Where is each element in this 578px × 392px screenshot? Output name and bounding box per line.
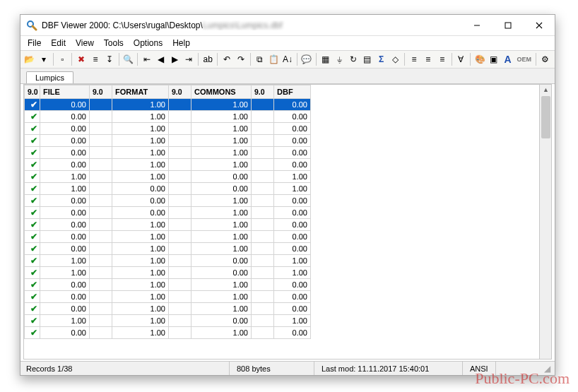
cell-value[interactable]: 1.00 bbox=[112, 327, 169, 339]
cell-value[interactable]: 1.00 bbox=[40, 255, 90, 267]
cell-value[interactable]: 0.00 bbox=[40, 327, 90, 339]
next-icon[interactable]: ▶ bbox=[169, 53, 182, 66]
cell-value[interactable]: 0.00 bbox=[274, 243, 311, 255]
cell-value[interactable]: 1.00 bbox=[191, 147, 252, 159]
cell-value[interactable]: 1.00 bbox=[112, 243, 169, 255]
cell-value[interactable]: 0.00 bbox=[40, 243, 90, 255]
new-icon[interactable]: ▫ bbox=[57, 53, 69, 66]
replace-icon[interactable]: ab bbox=[201, 53, 214, 66]
col-header-file[interactable]: FILE bbox=[40, 85, 90, 99]
menu-help[interactable]: Help bbox=[168, 37, 194, 49]
cell-value[interactable]: 1.00 bbox=[112, 255, 169, 267]
dropdown-icon[interactable]: ▾ bbox=[37, 53, 50, 66]
table-row[interactable]: ✔0.001.001.000.00 bbox=[25, 231, 311, 243]
cell-value[interactable]: 1.00 bbox=[191, 291, 252, 303]
palette-icon[interactable]: 🎨 bbox=[473, 53, 486, 66]
cell-value[interactable]: 1.00 bbox=[274, 267, 311, 279]
cell-value[interactable]: 1.00 bbox=[191, 303, 252, 315]
menu-tools[interactable]: Tools bbox=[100, 37, 128, 49]
cell-value[interactable]: 0.00 bbox=[40, 111, 90, 123]
open-icon[interactable]: 📂 bbox=[23, 53, 36, 66]
cell-value[interactable]: 0.00 bbox=[40, 231, 90, 243]
last-icon[interactable]: ⇥ bbox=[183, 53, 196, 66]
col-header-dbf[interactable]: DBF bbox=[274, 85, 311, 99]
search-icon[interactable]: 🔍 bbox=[122, 53, 135, 66]
cell-value[interactable]: 0.00 bbox=[274, 207, 311, 219]
cell-value[interactable]: 1.00 bbox=[274, 183, 311, 195]
cell-value[interactable]: 1.00 bbox=[112, 99, 169, 111]
cell-value[interactable]: 0.00 bbox=[40, 159, 90, 171]
table-row[interactable]: ✔0.001.001.000.00 bbox=[25, 303, 311, 315]
cell-value[interactable]: 0.00 bbox=[40, 99, 90, 111]
scroll-up-icon[interactable]: ▲ bbox=[543, 86, 549, 93]
minimize-button[interactable] bbox=[461, 15, 493, 35]
cell-value[interactable]: 0.00 bbox=[40, 123, 90, 135]
cell-value[interactable]: 0.00 bbox=[40, 303, 90, 315]
cell-value[interactable]: 1.00 bbox=[191, 99, 252, 111]
cell-value[interactable]: 0.00 bbox=[112, 195, 169, 207]
cell-value[interactable]: 1.00 bbox=[274, 171, 311, 183]
cell-value[interactable]: 0.00 bbox=[40, 135, 90, 147]
cell-value[interactable]: 1.00 bbox=[191, 279, 252, 291]
vertical-scrollbar[interactable]: ▲ bbox=[539, 85, 551, 359]
cell-value[interactable]: 0.00 bbox=[274, 159, 311, 171]
table-row[interactable]: ✔1.001.000.001.00 bbox=[25, 315, 311, 327]
table-row[interactable]: ✔0.000.001.000.00 bbox=[25, 207, 311, 219]
cell-value[interactable]: 0.00 bbox=[112, 207, 169, 219]
cell-value[interactable]: 1.00 bbox=[112, 147, 169, 159]
cell-value[interactable]: 1.00 bbox=[112, 279, 169, 291]
table-row[interactable]: ✔0.001.001.000.00 bbox=[25, 147, 311, 159]
table-row[interactable]: ✔1.001.000.001.00 bbox=[25, 255, 311, 267]
cell-value[interactable]: 1.00 bbox=[40, 267, 90, 279]
table-row[interactable]: ✔0.001.001.000.00 bbox=[25, 159, 311, 171]
table-row[interactable]: ✔0.000.001.000.00 bbox=[25, 195, 311, 207]
col-header-format[interactable]: FORMAT bbox=[112, 85, 169, 99]
table-row[interactable]: ✔0.001.001.000.00 bbox=[25, 291, 311, 303]
table-row[interactable]: ✔1.001.000.001.00 bbox=[25, 267, 311, 279]
cell-value[interactable]: 1.00 bbox=[191, 195, 252, 207]
undo-icon[interactable]: ↶ bbox=[220, 53, 233, 66]
scrollbar-thumb[interactable] bbox=[541, 96, 550, 138]
cell-value[interactable]: 1.00 bbox=[191, 219, 252, 231]
cell-value[interactable]: 0.00 bbox=[274, 195, 311, 207]
cell-value[interactable]: 0.00 bbox=[274, 99, 311, 111]
delete-icon[interactable]: ✖ bbox=[75, 53, 88, 66]
table-row[interactable]: ✔0.001.001.000.00 bbox=[25, 123, 311, 135]
cell-value[interactable]: 0.00 bbox=[40, 207, 90, 219]
cell-value[interactable]: 1.00 bbox=[112, 303, 169, 315]
cell-value[interactable]: 0.00 bbox=[40, 291, 90, 303]
cell-value[interactable]: 0.00 bbox=[40, 195, 90, 207]
filter-icon[interactable]: ▦ bbox=[319, 53, 332, 66]
first-icon[interactable]: ⇤ bbox=[141, 53, 153, 66]
cell-value[interactable]: 1.00 bbox=[40, 171, 90, 183]
cell-value[interactable]: 1.00 bbox=[191, 231, 252, 243]
col-type[interactable]: 9.0 bbox=[252, 85, 274, 99]
cell-value[interactable]: 1.00 bbox=[112, 267, 169, 279]
cell-value[interactable]: 0.00 bbox=[274, 231, 311, 243]
align-right-icon[interactable]: ≡ bbox=[436, 53, 449, 66]
cell-value[interactable]: 0.00 bbox=[274, 123, 311, 135]
paste-icon[interactable]: 📋 bbox=[267, 53, 280, 66]
cell-value[interactable]: 1.00 bbox=[112, 231, 169, 243]
cut-icon[interactable]: ≡ bbox=[89, 53, 102, 66]
cell-value[interactable]: 0.00 bbox=[40, 219, 90, 231]
cell-value[interactable]: 0.00 bbox=[40, 279, 90, 291]
cell-value[interactable]: 1.00 bbox=[112, 135, 169, 147]
cell-value[interactable]: 1.00 bbox=[274, 255, 311, 267]
cell-value[interactable]: 1.00 bbox=[191, 111, 252, 123]
cell-value[interactable]: 0.00 bbox=[274, 111, 311, 123]
font-icon[interactable]: A bbox=[502, 53, 514, 66]
settings-icon[interactable]: ⚙ bbox=[539, 53, 552, 66]
copy-icon[interactable]: ⧉ bbox=[254, 53, 266, 66]
table-row[interactable]: ✔0.001.001.000.00 bbox=[25, 327, 311, 339]
redo-icon[interactable]: ↷ bbox=[235, 53, 247, 66]
cell-value[interactable]: 1.00 bbox=[40, 315, 90, 327]
menu-options[interactable]: Options bbox=[129, 37, 167, 49]
cell-value[interactable]: 1.00 bbox=[274, 315, 311, 327]
col-type[interactable]: 9.0 bbox=[169, 85, 191, 99]
cell-value[interactable]: 0.00 bbox=[274, 219, 311, 231]
tab-lumpics[interactable]: Lumpics bbox=[26, 71, 73, 83]
cell-value[interactable]: 0.00 bbox=[274, 147, 311, 159]
cell-value[interactable]: 1.00 bbox=[191, 327, 252, 339]
cell-value[interactable]: 0.00 bbox=[274, 279, 311, 291]
